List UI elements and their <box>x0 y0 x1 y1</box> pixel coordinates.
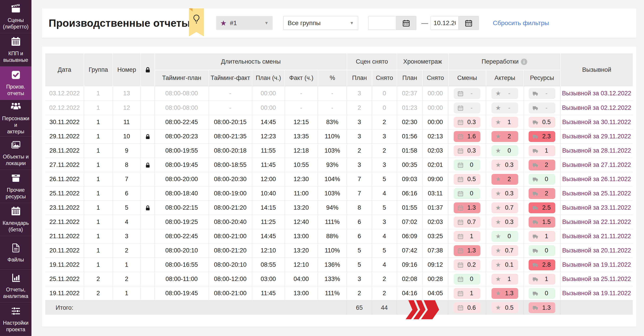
overtime-value: 0.1 <box>504 261 514 268</box>
actors-overtime-badge: ★1 <box>492 274 518 285</box>
cell-fact-h: 11:00 <box>284 186 318 200</box>
callsheet-link[interactable]: Вызывной за 02.12.2022 <box>562 104 631 111</box>
sidebar-item-файлы[interactable]: Файлы <box>0 236 32 269</box>
resources-overtime-badge: 2.3 <box>528 131 555 142</box>
table-row: 19.11.20221108:00-16:5508:00-20:1008:551… <box>45 257 633 272</box>
col-chrono-plan: План <box>397 70 422 86</box>
callsheet-link[interactable]: Вызывной за 03.12.2022 <box>562 90 631 97</box>
shift-overtime-badge: 1.6 <box>454 131 480 142</box>
cell-lock <box>140 272 154 286</box>
actors-overtime-badge: ★0.3 <box>492 217 518 228</box>
cell-ot-calendar: 1 <box>448 286 486 300</box>
overtime-value: 1 <box>466 233 477 240</box>
cell-fact-h: 13:00 <box>284 286 318 300</box>
cell-pct: 83% <box>318 115 347 129</box>
callsheet-link[interactable]: Вызывной за 30.11.2022 <box>562 119 631 125</box>
cell-ot-calendar: 1.3 <box>448 243 486 257</box>
sidebar-item-произв-отчеты[interactable]: Произв. отчеты <box>0 67 32 100</box>
lock-icon <box>144 133 151 140</box>
group-header-duration: Длительность смены <box>154 54 347 70</box>
callsheet-link[interactable]: Вызывной за 19.11.2022 <box>562 290 631 297</box>
callsheet-link[interactable]: Вызывной за 19.11.2022 <box>562 261 631 268</box>
callsheet-link[interactable]: Вызывной за 25.11.2022 <box>562 275 631 282</box>
sidebar-item-сцены-либретто-[interactable]: Сцены(либретто) <box>0 0 32 33</box>
cell-timing-plan: 08:00-16:55 <box>154 257 208 272</box>
sidebar-item-отчеты-аналитика[interactable]: Отчеты,аналитика <box>0 269 32 303</box>
chart-icon <box>10 272 21 283</box>
date-from-group <box>368 16 416 30</box>
cell-ot-star: ★0.7 <box>486 200 524 215</box>
calendar-icon <box>457 290 464 297</box>
lock-column-header <box>140 54 154 86</box>
truck-icon <box>532 262 538 268</box>
cell-fact-h: 13:35 <box>284 129 318 143</box>
actors-overtime-badge: ★2 <box>492 174 518 185</box>
help-bookmark[interactable] <box>189 8 204 37</box>
sidebar-item-прочие-ресурсы[interactable]: Прочиересурсы <box>0 170 32 203</box>
actors-overtime-badge: ★1 <box>492 117 518 128</box>
overtime-value: 0.5 <box>466 176 477 183</box>
cell-ot-calendar: 0.3 <box>448 115 486 129</box>
callsheet-link[interactable]: Вызывной за 22.11.2022 <box>562 218 631 225</box>
cell-lock <box>140 215 154 229</box>
truck-icon <box>532 148 538 154</box>
callsheet-link[interactable]: Вызывной за 21.11.2022 <box>562 233 631 239</box>
cell-scenes-shot: 0 <box>372 101 397 115</box>
callsheet-link[interactable]: Вызывной за 26.11.2022 <box>562 176 631 182</box>
date-to-input[interactable] <box>430 16 458 30</box>
resources-overtime-badge: - <box>528 103 555 113</box>
cell-scenes-shot: 4 <box>372 186 397 200</box>
sidebar-item-label: КПП ивызывные <box>3 50 28 63</box>
overtime-value: 0.5 <box>541 119 552 126</box>
actors-overtime-badge: ★0.7 <box>492 245 518 256</box>
sidebar-item-персонажи-и-актеры[interactable]: Персонажи иактеры <box>0 100 32 137</box>
star-icon: ★ <box>495 247 502 254</box>
truck-icon <box>532 304 538 311</box>
cell-group: 2 <box>84 272 112 286</box>
info-icon[interactable]: i <box>521 59 527 65</box>
report-select[interactable]: ★ #1 ▼ <box>216 16 273 30</box>
cell-ot-truck: 0 <box>524 243 560 257</box>
sidebar-item-календарь-бета-[interactable]: Календарь(бета) <box>0 203 32 236</box>
truck-icon <box>532 190 538 197</box>
cell-ot-truck: 0 <box>524 172 560 186</box>
sidebar-item-кпп-и-вызывные[interactable]: КПП ивызывные <box>0 33 32 67</box>
overtime-value: 2.5 <box>541 204 552 211</box>
cell-timing-fact: 08:00-20:15 <box>208 115 252 129</box>
checkbox-icon <box>10 70 21 80</box>
report-table-body: 03.12.202211308:00-08:00-00:00--3002:370… <box>45 86 633 300</box>
truck-icon <box>532 162 538 168</box>
sidebar-item-объекты-и-локации[interactable]: Объекты илокации <box>0 137 32 170</box>
reset-filters-link[interactable]: Сбросить фильтры <box>493 16 549 30</box>
cell-date: 30.11.2022 <box>45 115 84 129</box>
callsheet-link[interactable]: Вызывной за 23.11.2022 <box>562 204 631 211</box>
cell-timing-fact: 08:00-20:10 <box>208 257 252 272</box>
sidebar-item-настройки-проекта[interactable]: Настройкипроекта <box>0 303 32 336</box>
overtime-value: 1.3 <box>541 304 552 311</box>
cell-plan-h: 14:45 <box>252 115 284 129</box>
date-from-calendar-button[interactable] <box>396 16 416 30</box>
cell-scenes-plan: 6 <box>347 215 372 229</box>
callsheet-link[interactable]: Вызывной за 29.11.2022 <box>562 133 631 140</box>
overtime-value: - <box>541 104 552 111</box>
date-from-input[interactable] <box>368 16 396 30</box>
callsheet-link[interactable]: Вызывной за 20.11.2022 <box>562 247 631 254</box>
lock-icon <box>144 204 151 211</box>
cell-date: 25.11.2022 <box>45 272 84 286</box>
actors-overtime-badge: ★0 <box>492 145 518 156</box>
col-plan-h: План (ч.) <box>252 70 284 86</box>
callsheet-link[interactable]: Вызывной за 28.11.2022 <box>562 147 631 154</box>
date-to-calendar-button[interactable] <box>458 16 479 30</box>
callsheet-link[interactable]: Вызывной за 25.11.2022 <box>562 190 631 197</box>
shift-overtime-badge: 0 <box>454 274 480 285</box>
group-select[interactable]: Все группы ▼ <box>283 16 358 30</box>
shift-overtime-badge: 1 <box>454 288 480 299</box>
calendar-icon <box>402 19 410 27</box>
calendar-icon <box>457 148 464 154</box>
cell-lock <box>140 257 154 272</box>
page-header-card: Производственные отчеты ★ #1 ▼ Все групп… <box>42 8 636 38</box>
cell-scenes-shot: 2 <box>372 115 397 129</box>
overtime-value: 0.3 <box>466 147 477 154</box>
callsheet-link[interactable]: Вызывной за 27.11.2022 <box>562 161 631 168</box>
cell-group: 1 <box>84 158 112 172</box>
